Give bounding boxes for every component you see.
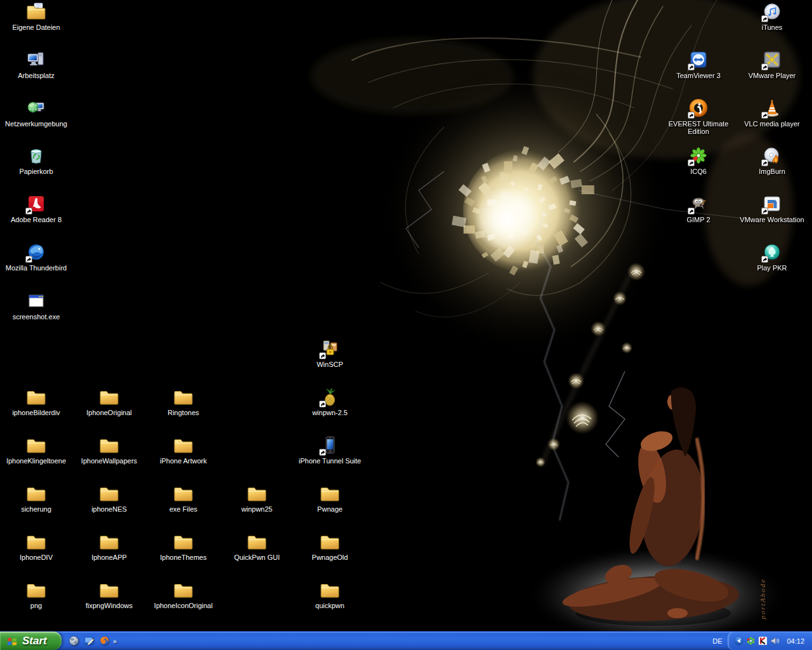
desktop-icon-iphonediv[interactable]: IphoneDIV (0, 531, 73, 561)
desktop-icon-gimp-2[interactable]: GIMP 2 (662, 194, 735, 223)
desktop-icon-teamviewer-3[interactable]: TeamViewer 3 (662, 50, 735, 79)
desktop-icon-label: IphoneThemes (147, 554, 220, 561)
desktop-icon-label: IphoneAPP (72, 554, 146, 561)
tray-icq-icon[interactable] (746, 636, 756, 646)
desktop-icon-label: EVEREST Ultimate Edition (662, 120, 735, 135)
desktop: portAbode Eigene DateienArbeitsplatzNetz… (0, 0, 812, 650)
desktop-icon-iphonewallpapers[interactable]: IphoneWallpapers (72, 435, 146, 465)
desktop-icon-iphone-artwork[interactable]: iPhone Artwork (147, 435, 220, 465)
desktop-icon-iphonenes[interactable]: iphoneNES (72, 483, 146, 513)
desktop-icon-vlc-media-player[interactable]: VLC media player (735, 98, 809, 128)
folder-icon (99, 531, 119, 552)
desktop-icon-winpwn25[interactable]: winpwn25 (220, 483, 294, 513)
folder-icon (247, 531, 267, 552)
vmwarews-icon (762, 194, 782, 215)
desktop-icon-label: Netzwerkumgebung (0, 120, 73, 128)
tray-volume-icon[interactable] (770, 636, 780, 646)
folder-icon (173, 580, 193, 600)
taskbar: Start » DE 04:12 (0, 631, 812, 650)
folder-icon (26, 435, 46, 456)
desktop-icon-label: Arbeitsplatz (0, 72, 73, 79)
language-indicator[interactable]: DE (707, 637, 728, 645)
desktop-icon-everest-ultimate-edition[interactable]: EVEREST Ultimate Edition (662, 98, 735, 135)
taskbar-clock[interactable]: 04:12 (787, 637, 804, 645)
desktop-icon-quickpwn-gui[interactable]: QuickPwn GUI (220, 531, 294, 561)
desktop-icon-winpwn-2-5[interactable]: winpwn-2.5 (293, 387, 367, 416)
desktop-icon-sicherung[interactable]: sicherung (0, 483, 73, 513)
pineapple-icon (320, 387, 340, 408)
desktop-icon-label: iPhone Tunnel Suite (293, 457, 367, 465)
folder-icon (173, 387, 193, 408)
desktop-icon-iphonebilderdiv[interactable]: iphoneBilderdiv (0, 387, 73, 416)
desktop-icon-label: png (0, 602, 73, 609)
desktop-icon-label: screenshot.exe (0, 313, 73, 321)
wallpaper-signature: portAbode (759, 578, 766, 619)
desktop-icon-icq6[interactable]: ICQ6 (662, 145, 735, 175)
tray-kaspersky-antivirus-icon[interactable] (758, 636, 768, 646)
desktop-icon-ringtones[interactable]: Ringtones (147, 387, 220, 416)
desktop-icon-quickpwn[interactable]: quickpwn (293, 580, 367, 609)
desktop-icon-winscp[interactable]: WinSCP (293, 338, 367, 368)
desktop-icon-pwnageold[interactable]: PwnageOld (293, 531, 367, 561)
desktop-icon-iphonethemes[interactable]: IphoneThemes (147, 531, 220, 561)
windows-logo-icon (6, 635, 18, 647)
desktop-icon-png[interactable]: png (0, 580, 73, 609)
desktop-icon-label: iphoneBilderdiv (0, 409, 73, 416)
everest-icon (688, 98, 709, 119)
desktop-icon-label: IphoneWallpapers (72, 457, 146, 465)
desktop-icon-netzwerkumgebung[interactable]: Netzwerkumgebung (0, 98, 73, 128)
desktop-icon-label: VMware Player (735, 72, 809, 79)
desktop-icon-adobe-reader-8[interactable]: Adobe Reader 8 (0, 194, 73, 223)
desktop-icon-mozilla-thunderbird[interactable]: Mozilla Thunderbird (0, 242, 73, 272)
quicklaunch-overflow-button[interactable]: » (113, 637, 117, 645)
folder-icon (26, 531, 46, 552)
recycle-icon (26, 145, 46, 166)
desktop-icon-label: Papierkorb (0, 168, 73, 175)
desktop-icon-label: IphoneDIV (0, 554, 73, 561)
desktop-icon-fixpngwindows[interactable]: fixpngWindows (72, 580, 146, 609)
folder-icon (320, 483, 340, 504)
folder-icon (173, 435, 193, 456)
desktop-icon-imgburn[interactable]: ImgBurn (735, 145, 809, 175)
thunderbird-icon (26, 242, 46, 263)
quicklaunch-firefox-icon[interactable] (98, 635, 110, 647)
desktop-icon-vmware-workstation[interactable]: VMware Workstation (735, 194, 809, 223)
desktop-icon-label: Play PKR (735, 264, 809, 272)
vmwareplayer-icon (762, 50, 782, 70)
folder-icon (99, 483, 119, 504)
desktop-icon-pwnage[interactable]: Pwnage (293, 483, 367, 513)
desktop-icon-iphoneklingeltoene[interactable]: IphoneKlingeltoene (0, 435, 73, 465)
desktop-icon-label: QuickPwn GUI (220, 554, 294, 561)
mycomputer-icon (26, 50, 46, 70)
desktop-icon-vmware-player[interactable]: VMware Player (735, 50, 809, 79)
desktop-icon-arbeitsplatz[interactable]: Arbeitsplatz (0, 50, 73, 79)
desktop-icon-papierkorb[interactable]: Papierkorb (0, 145, 73, 175)
quicklaunch-show-desktop-icon[interactable] (83, 635, 95, 647)
tray-teamviewer-icon[interactable] (734, 636, 743, 646)
desktop-icon-iphoneapp[interactable]: IphoneAPP (72, 531, 146, 561)
start-button[interactable]: Start (0, 632, 62, 650)
desktop-icon-iphoneoriginal[interactable]: IphoneOriginal (72, 387, 146, 416)
desktop-icon-exe-files[interactable]: exe Files (147, 483, 220, 513)
desktop-icon-label: Eigene Dateien (0, 23, 73, 31)
itunes-icon (762, 1, 782, 22)
desktop-icon-screenshot-exe[interactable]: screenshot.exe (0, 291, 73, 321)
desktop-icon-itunes[interactable]: iTunes (735, 1, 809, 31)
desktop-icon-label: GIMP 2 (662, 216, 735, 223)
desktop-icon-label: VMware Workstation (735, 216, 809, 223)
desktop-icon-play-pkr[interactable]: Play PKR (735, 242, 809, 272)
mydocs-icon (26, 1, 46, 22)
folder-icon (247, 483, 267, 504)
desktop-icon-label: exe Files (147, 505, 220, 513)
folder-icon (26, 483, 46, 504)
network-icon (26, 98, 46, 119)
energy-sphere (379, 65, 671, 357)
desktop-icon-iphone-tunnel-suite[interactable]: iPhone Tunnel Suite (293, 435, 367, 465)
desktop-icon-label: IphoneOriginal (72, 409, 146, 416)
desktop-icon-label: TeamViewer 3 (662, 72, 735, 79)
desktop-icon-eigene-dateien[interactable]: Eigene Dateien (0, 1, 73, 31)
folder-icon (99, 580, 119, 600)
quicklaunch-internet-browser-icon[interactable] (68, 635, 80, 647)
folder-icon (26, 580, 46, 600)
desktop-icon-iphoneiconoriginal[interactable]: IphoneIconOriginal (147, 580, 220, 609)
